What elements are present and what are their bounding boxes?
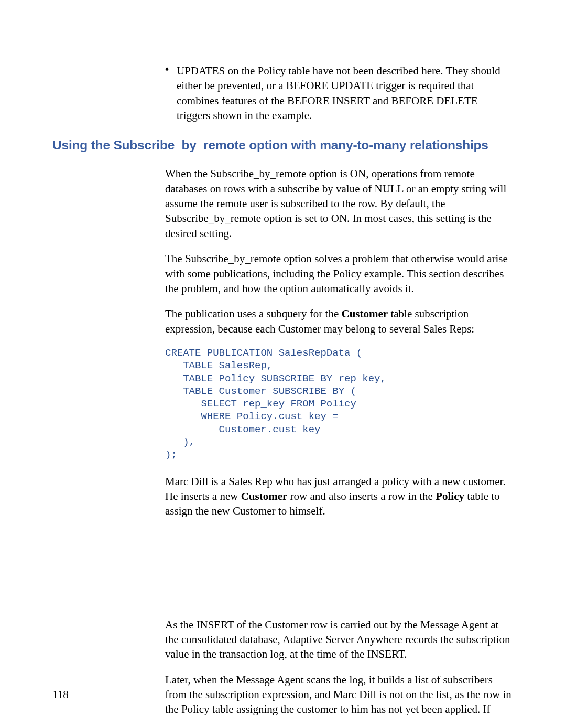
paragraph-6: Later, when the Message Agent scans the … bbox=[165, 672, 514, 717]
paragraph-2: The Subscribe_by_remote option solves a … bbox=[165, 251, 514, 296]
paragraph-3: The publication uses a subquery for the … bbox=[165, 306, 514, 336]
diagram-placeholder bbox=[165, 529, 514, 617]
paragraph-5: As the INSERT of the Customer row is car… bbox=[165, 617, 514, 662]
section-heading: Using the Subscribe_by_remote option wit… bbox=[52, 136, 514, 154]
paragraph-4: Marc Dill is a Sales Rep who has just ar… bbox=[165, 474, 514, 519]
paragraph-1: When the Subscribe_by_remote option is O… bbox=[165, 166, 514, 241]
para4-part-c: row and also inserts a row in the bbox=[287, 490, 436, 502]
para3-part-a: The publication uses a subquery for the bbox=[165, 307, 342, 320]
top-rule bbox=[52, 37, 514, 37]
bullet-item: UPDATES on the Policy table have not bee… bbox=[165, 63, 514, 123]
code-block: CREATE PUBLICATION SalesRepData ( TABLE … bbox=[165, 347, 514, 462]
para4-bold-policy: Policy bbox=[436, 490, 464, 502]
page-number: 118 bbox=[52, 687, 69, 702]
para3-bold-customer: Customer bbox=[342, 307, 388, 320]
para4-bold-customer: Customer bbox=[241, 490, 288, 502]
bullet-text: UPDATES on the Policy table have not bee… bbox=[177, 65, 500, 122]
